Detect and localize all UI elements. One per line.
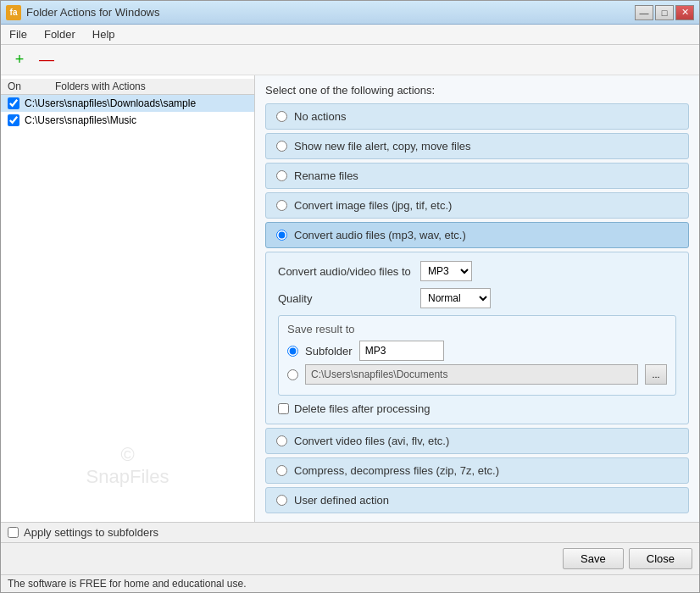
radio-no-actions[interactable] — [276, 111, 287, 122]
action-convert-audio[interactable]: Convert audio files (mp3, wav, etc.) — [265, 222, 689, 248]
delete-row: Delete files after processing — [278, 402, 676, 415]
radio-user-defined[interactable] — [276, 495, 287, 506]
main-window: fa Folder Actions for Windows — □ ✕ File… — [0, 0, 700, 593]
toolbar: + — — [1, 45, 699, 75]
action-compress[interactable]: Compress, decompress files (zip, 7z, etc… — [265, 457, 689, 484]
action-no-actions[interactable]: No actions — [265, 103, 689, 130]
status-message: The software is FREE for home and educat… — [8, 578, 246, 590]
label-compress: Compress, decompress files (zip, 7z, etc… — [294, 464, 499, 477]
folder-checkbox-1[interactable] — [8, 97, 19, 109]
format-label: Convert audio/video files to — [278, 265, 414, 278]
title-bar: fa Folder Actions for Windows — □ ✕ — [1, 1, 699, 25]
status-bar: The software is FREE for home and educat… — [1, 574, 699, 592]
right-panel: Select one of the following actions: No … — [255, 75, 699, 522]
close-window-button[interactable]: ✕ — [675, 5, 694, 20]
main-content: On Folders with Actions C:\Users\snapfil… — [1, 75, 699, 522]
delete-checkbox[interactable] — [278, 403, 289, 414]
browse-button[interactable]: ... — [645, 364, 667, 385]
action-convert-image[interactable]: Convert image files (jpg, tif, etc.) — [265, 192, 689, 219]
right-panel-header: Select one of the following actions: — [265, 84, 689, 97]
subfolder-row: Subfolder — [287, 341, 667, 361]
close-button[interactable]: Close — [629, 548, 692, 569]
path-row: ... — [287, 364, 667, 385]
quality-select[interactable]: Normal Low High Very High — [420, 288, 491, 308]
label-no-actions: No actions — [294, 110, 346, 123]
title-bar-left: fa Folder Actions for Windows — [6, 5, 160, 20]
quality-row: Quality Normal Low High Very High — [278, 288, 676, 308]
apply-subfolders-label: Apply settings to subfolders — [24, 526, 158, 539]
maximize-button[interactable]: □ — [655, 5, 674, 20]
radio-subfolder[interactable] — [287, 346, 298, 357]
add-folder-button[interactable]: + — [8, 50, 31, 70]
radio-path[interactable] — [287, 369, 298, 380]
radio-convert-image[interactable] — [276, 200, 287, 211]
label-convert-image: Convert image files (jpg, tif, etc.) — [294, 199, 452, 212]
col-on-header: On — [8, 80, 21, 92]
menu-folder[interactable]: Folder — [36, 25, 84, 43]
save-result-section: Save result to Subfolder ... — [278, 315, 676, 396]
menu-file[interactable]: File — [1, 25, 36, 43]
menu-bar: File Folder Help — [1, 25, 699, 45]
format-select[interactable]: MP3 WAV OGG WMA AAC FLAC — [420, 261, 472, 281]
folder-path-1: C:\Users\snapfiles\Downloads\sample — [25, 97, 196, 109]
path-input[interactable] — [305, 364, 638, 385]
menu-help[interactable]: Help — [84, 25, 124, 43]
action-rename-files[interactable]: Rename files — [265, 163, 689, 189]
label-convert-audio: Convert audio files (mp3, wav, etc.) — [294, 229, 466, 241]
label-convert-video: Convert video files (avi, flv, etc.) — [294, 435, 449, 447]
action-show-alert[interactable]: Show new file alert, copy, move files — [265, 133, 689, 159]
quality-label: Quality — [278, 292, 414, 305]
folder-item[interactable]: C:\Users\snapfiles\Downloads\sample — [1, 95, 254, 112]
folder-item[interactable]: C:\Users\snapfiles\Music — [1, 112, 254, 129]
apply-subfolders-checkbox[interactable] — [8, 527, 19, 538]
action-user-defined[interactable]: User defined action — [265, 487, 689, 513]
left-panel-header: On Folders with Actions — [1, 79, 254, 95]
radio-compress[interactable] — [276, 465, 287, 476]
col-folders-header: Folders with Actions — [55, 80, 146, 92]
radio-show-alert[interactable] — [276, 141, 287, 152]
radio-convert-audio[interactable] — [276, 230, 287, 241]
label-user-defined: User defined action — [294, 494, 389, 507]
left-panel: On Folders with Actions C:\Users\snapfil… — [1, 75, 255, 522]
window-title: Folder Actions for Windows — [26, 6, 160, 19]
app-icon: fa — [6, 5, 21, 20]
bottom-bar: Apply settings to subfolders — [1, 522, 699, 542]
folder-path-2: C:\Users\snapfiles\Music — [25, 114, 136, 126]
delete-label: Delete files after processing — [294, 402, 430, 415]
action-convert-video[interactable]: Convert video files (avi, flv, etc.) — [265, 428, 689, 454]
folder-list: C:\Users\snapfiles\Downloads\sample C:\U… — [1, 95, 254, 518]
save-button[interactable]: Save — [563, 548, 624, 569]
minimize-button[interactable]: — — [635, 5, 653, 20]
apply-subfolders: Apply settings to subfolders — [8, 526, 158, 539]
save-result-label: Save result to — [287, 323, 667, 335]
action-buttons-bar: Save Close — [1, 542, 699, 574]
subfolder-input[interactable] — [359, 341, 444, 361]
label-rename-files: Rename files — [294, 169, 358, 182]
title-bar-buttons: — □ ✕ — [635, 5, 694, 20]
remove-folder-button[interactable]: — — [35, 50, 58, 70]
radio-rename-files[interactable] — [276, 170, 287, 181]
subfolder-label: Subfolder — [305, 345, 353, 357]
audio-options-section: Convert audio/video files to MP3 WAV OGG… — [265, 252, 689, 424]
label-show-alert: Show new file alert, copy, move files — [294, 140, 471, 152]
folder-checkbox-2[interactable] — [8, 114, 19, 126]
radio-convert-video[interactable] — [276, 435, 287, 446]
format-row: Convert audio/video files to MP3 WAV OGG… — [278, 261, 676, 281]
